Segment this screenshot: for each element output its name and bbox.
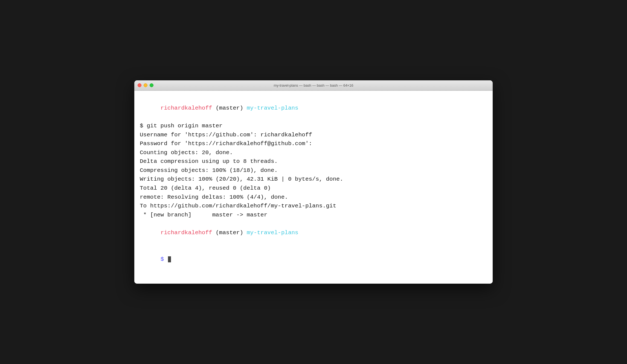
output-new-branch: * [new branch] master -> master <box>140 211 487 220</box>
command-line: $ git push origin master <box>140 122 487 131</box>
prompt-line-2: richardkalehoff (master) my-travel-plans <box>140 219 487 246</box>
maximize-button[interactable] <box>150 83 153 87</box>
output-delta-compression: Delta compression using up to 8 threads. <box>140 157 487 166</box>
output-to: To https://github.com/richardkalehoff/my… <box>140 202 487 211</box>
output-compressing: Compressing objects: 100% (18/18), done. <box>140 166 487 175</box>
window-title: my-travel-plans — bash — bash — bash — 6… <box>274 83 353 87</box>
output-writing: Writing objects: 100% (20/20), 42.31 KiB… <box>140 175 487 184</box>
close-button[interactable] <box>138 83 141 87</box>
output-password: Password for 'https://richardkalehoff@gi… <box>140 139 487 148</box>
active-prompt-line: $ <box>140 246 487 273</box>
repo-1: my-travel-plans <box>247 105 298 111</box>
repo-2: my-travel-plans <box>247 230 298 236</box>
output-username: Username for 'https://github.com': richa… <box>140 131 487 140</box>
username-1: richardkalehoff <box>161 105 212 111</box>
dollar-sign: $ <box>161 256 167 262</box>
username-2: richardkalehoff <box>161 230 212 236</box>
prompt-line-1: richardkalehoff (master) my-travel-plans <box>140 95 487 122</box>
output-total: Total 20 (delta 4), reused 0 (delta 0) <box>140 184 487 193</box>
terminal-window: my-travel-plans — bash — bash — bash — 6… <box>134 80 493 284</box>
minimize-button[interactable] <box>144 83 147 87</box>
output-counting: Counting objects: 20, done. <box>140 148 487 157</box>
terminal-body[interactable]: richardkalehoff (master) my-travel-plans… <box>134 91 493 284</box>
branch-2: (master) <box>212 230 247 236</box>
traffic-lights <box>138 83 153 87</box>
title-bar: my-travel-plans — bash — bash — bash — 6… <box>134 80 493 91</box>
branch-1: (master) <box>212 105 247 111</box>
cursor <box>168 256 171 262</box>
output-remote: remote: Resolving deltas: 100% (4/4), do… <box>140 193 487 202</box>
